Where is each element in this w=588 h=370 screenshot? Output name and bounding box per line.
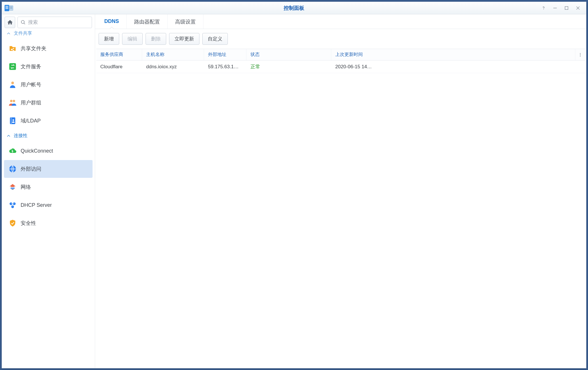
sidebar-item-quickconnect[interactable]: QuickConnect — [4, 142, 93, 160]
svg-point-12 — [13, 119, 14, 121]
sidebar-item-label: 外部访问 — [21, 165, 41, 172]
sidebar-item-shared-folder[interactable]: 共享文件夹 — [4, 40, 93, 57]
column-last-update[interactable]: 上次更新时间 — [331, 49, 575, 60]
tabs: DDNS 路由器配置 高级设置 — [95, 14, 586, 29]
sidebar-item-label: 用户帐号 — [21, 81, 41, 88]
update-now-button[interactable]: 立即更新 — [169, 33, 199, 45]
section-connectivity[interactable]: 连接性 — [2, 130, 95, 142]
titlebar: 控制面板 — [2, 2, 586, 14]
table-row[interactable]: Cloudflare ddns.ioiox.xyz 59.175.63.1… 正… — [96, 61, 585, 73]
delete-button[interactable]: 删除 — [146, 33, 166, 45]
svg-point-8 — [10, 100, 12, 102]
tab-router[interactable]: 路由器配置 — [127, 14, 168, 29]
sidebar-scroll[interactable]: 文件共享 共享文件夹 文件服务 用户帐号 用户群组 — [2, 30, 95, 368]
minimize-button[interactable] — [552, 5, 558, 11]
cell-status: 正常 — [246, 63, 331, 70]
cell-external-ip: 59.175.63.1… — [204, 64, 246, 70]
search-field[interactable] — [17, 17, 92, 28]
svg-point-21 — [580, 56, 581, 56]
network-icon — [9, 183, 17, 191]
ddns-table: 服务供应商 主机名称 外部地址 状态 上次更新时间 Cloudflare ddn… — [96, 49, 585, 368]
section-label: 文件共享 — [14, 30, 32, 36]
table-header: 服务供应商 主机名称 外部地址 状态 上次更新时间 — [96, 49, 585, 61]
help-button[interactable] — [540, 5, 547, 11]
sidebar-item-label: 共享文件夹 — [21, 45, 46, 52]
control-panel-window: 控制面板 文件共享 — [2, 2, 586, 368]
column-options-button[interactable] — [575, 52, 585, 57]
sidebar-item-label: 域/LDAP — [21, 117, 41, 124]
window-title: 控制面板 — [2, 5, 586, 11]
svg-rect-1 — [553, 8, 557, 8]
window-body: 文件共享 共享文件夹 文件服务 用户帐号 用户群组 — [2, 14, 586, 368]
column-status[interactable]: 状态 — [246, 49, 331, 60]
app-icon — [5, 4, 13, 12]
sidebar-item-security[interactable]: 安全性 — [4, 214, 93, 232]
column-hostname[interactable]: 主机名称 — [142, 49, 204, 60]
group-icon — [9, 99, 17, 107]
svg-point-0 — [543, 9, 544, 9]
search-input[interactable] — [28, 20, 89, 25]
folder-share-icon — [9, 44, 17, 52]
column-provider[interactable]: 服务供应商 — [96, 49, 142, 60]
cell-provider: Cloudflare — [96, 64, 142, 70]
main-panel: DDNS 路由器配置 高级设置 新增 编辑 删除 立即更新 自定义 服务供应商 … — [95, 14, 586, 368]
chevron-up-icon — [6, 134, 11, 138]
sidebar-top — [2, 14, 95, 30]
svg-rect-6 — [9, 63, 16, 70]
sidebar-item-label: QuickConnect — [21, 148, 53, 154]
book-icon — [9, 117, 17, 125]
cloud-bolt-icon — [9, 147, 17, 155]
file-services-icon — [9, 63, 17, 71]
sidebar-item-user[interactable]: 用户帐号 — [4, 76, 93, 94]
svg-point-9 — [13, 100, 15, 102]
tab-label: 高级设置 — [175, 19, 196, 25]
cell-hostname: ddns.ioiox.xyz — [142, 64, 204, 70]
sidebar-item-label: DHCP Server — [21, 202, 52, 208]
add-button[interactable]: 新增 — [99, 33, 119, 45]
sidebar: 文件共享 共享文件夹 文件服务 用户帐号 用户群组 — [2, 14, 95, 368]
sidebar-item-external-access[interactable]: 外部访问 — [4, 160, 93, 178]
tab-advanced[interactable]: 高级设置 — [168, 14, 203, 29]
home-icon — [7, 19, 13, 26]
dhcp-icon — [9, 201, 17, 209]
svg-rect-2 — [565, 6, 568, 9]
svg-rect-15 — [12, 189, 14, 190]
globe-icon — [9, 165, 17, 173]
sidebar-item-file-services[interactable]: 文件服务 — [4, 58, 93, 75]
sidebar-item-dhcp[interactable]: DHCP Server — [4, 196, 93, 214]
svg-rect-10 — [10, 117, 15, 124]
shield-icon — [9, 219, 17, 227]
sidebar-item-network[interactable]: 网络 — [4, 178, 93, 196]
close-button[interactable] — [575, 5, 581, 11]
section-file-sharing[interactable]: 文件共享 — [2, 30, 95, 39]
window-controls — [540, 5, 586, 11]
search-icon — [21, 20, 26, 25]
cell-last-update: 2020-06-15 14… — [331, 64, 575, 70]
svg-point-7 — [11, 82, 14, 84]
user-icon — [9, 81, 17, 89]
custom-button[interactable]: 自定义 — [202, 33, 228, 45]
column-external-ip[interactable]: 外部地址 — [204, 49, 246, 60]
sidebar-item-label: 安全性 — [21, 220, 36, 227]
tab-ddns[interactable]: DDNS — [97, 14, 127, 29]
tab-label: 路由器配置 — [134, 19, 160, 25]
home-button[interactable] — [5, 17, 15, 28]
sidebar-item-group[interactable]: 用户群组 — [4, 94, 93, 112]
kebab-icon — [578, 52, 583, 57]
sidebar-item-domain-ldap[interactable]: 域/LDAP — [4, 112, 93, 130]
maximize-button[interactable] — [563, 5, 570, 11]
section-label: 连接性 — [14, 133, 28, 139]
svg-point-20 — [580, 54, 581, 55]
sidebar-item-label: 用户群组 — [21, 99, 41, 106]
svg-rect-11 — [11, 117, 11, 124]
svg-point-19 — [580, 53, 581, 54]
toolbar: 新增 编辑 删除 立即更新 自定义 — [95, 29, 586, 49]
svg-rect-14 — [11, 188, 15, 189]
sidebar-item-label: 文件服务 — [21, 63, 41, 70]
edit-button[interactable]: 编辑 — [122, 33, 143, 45]
chevron-up-icon — [6, 31, 11, 36]
sidebar-item-label: 网络 — [21, 184, 31, 190]
tab-label: DDNS — [104, 18, 119, 24]
